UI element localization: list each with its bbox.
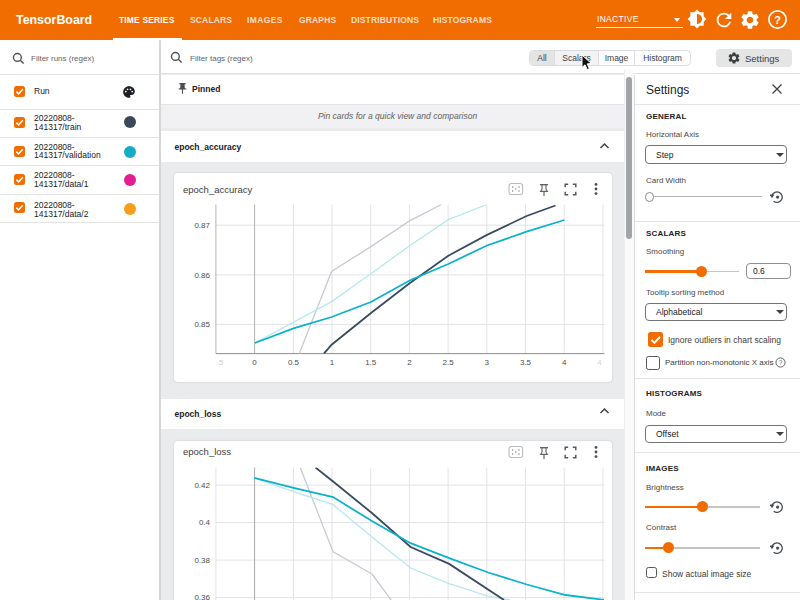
svg-text:0.87: 0.87 (194, 221, 210, 230)
svg-text:4: 4 (597, 358, 602, 367)
svg-text:0.38: 0.38 (194, 556, 210, 565)
svg-text:0.36: 0.36 (194, 593, 210, 600)
svg-text:0.4: 0.4 (199, 518, 211, 527)
svg-text:3: 3 (485, 358, 490, 367)
svg-text:0.42: 0.42 (194, 481, 210, 490)
svg-text:0: 0 (252, 358, 257, 367)
svg-text:3.5: 3.5 (520, 358, 532, 367)
svg-text:2: 2 (407, 358, 412, 367)
svg-text:0.86: 0.86 (194, 271, 210, 280)
svg-text:?: ? (774, 14, 781, 26)
svg-text:0.85: 0.85 (194, 320, 210, 329)
svg-text:2.5: 2.5 (443, 358, 455, 367)
svg-text:4: 4 (562, 358, 567, 367)
svg-text:1: 1 (330, 358, 335, 367)
svg-text:1.5: 1.5 (365, 358, 377, 367)
svg-text:5: 5 (219, 358, 224, 367)
svg-text:0.5: 0.5 (288, 358, 300, 367)
svg-text:?: ? (779, 359, 783, 366)
